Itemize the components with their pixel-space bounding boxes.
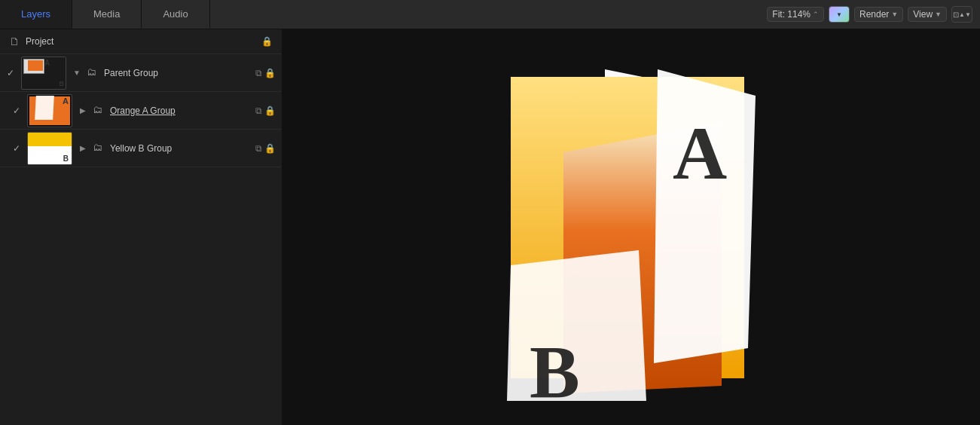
thumb-yellow-b-letter: B: [63, 154, 69, 163]
yellow-b-lock-icon[interactable]: 🔒: [264, 143, 276, 154]
orange-a-lock-icon[interactable]: 🔒: [264, 105, 276, 116]
expand-arrow-down-icon: ▼: [73, 69, 81, 77]
thumb-parent-letter-a: A: [44, 59, 50, 67]
parent-group-actions: ⧉ 🔒: [255, 68, 276, 78]
main-content: 🗋 Project 🔒 ✓ A B ▼ 🗂 Parent Group ⧉ 🔒: [0, 29, 980, 425]
checkbox-mark-parent: ✓: [7, 68, 14, 78]
artwork-svg: A B: [466, 47, 797, 408]
tab-audio[interactable]: Audio: [142, 0, 209, 29]
checkbox-mark-yellow-b: ✓: [13, 143, 20, 154]
color-picker-chevron-icon: ▼: [836, 11, 842, 18]
parent-group-folder-icon: 🗂: [87, 66, 100, 80]
parent-lock-icon[interactable]: 🔒: [264, 68, 276, 78]
thumb-parent-letter-b: B: [60, 80, 65, 87]
toolbar-right: Fit: 114% ⌃ ▼ Render ▼ View ▼ ⊡ ▲▼: [759, 0, 980, 29]
project-row: 🗋 Project 🔒: [0, 29, 282, 54]
parent-group-expand-button[interactable]: ▼: [71, 69, 83, 77]
layer-row-yellow-b[interactable]: ✓ B ▶ 🗂 Yellow B Group ⧉ 🔒: [0, 130, 282, 167]
orange-a-group-name: Orange A Group: [110, 105, 255, 116]
layer-checkbox-yellow-b[interactable]: ✓: [6, 143, 27, 154]
thumb-orange-a-white-card: [35, 96, 54, 120]
orange-a-copy-icon[interactable]: ⧉: [255, 105, 262, 116]
layer-checkbox-orange-a[interactable]: ✓: [6, 105, 27, 116]
tab-layers[interactable]: Layers: [0, 0, 72, 29]
view-chevron-icon: ▼: [935, 11, 942, 18]
parent-copy-icon[interactable]: ⧉: [255, 68, 262, 78]
project-lock-icon: 🔒: [261, 36, 273, 47]
view-button[interactable]: View ▼: [908, 7, 947, 22]
yellow-b-copy-icon[interactable]: ⧉: [255, 143, 262, 154]
parent-group-name: Parent Group: [104, 68, 255, 78]
tab-media[interactable]: Media: [72, 0, 142, 29]
render-button[interactable]: Render ▼: [854, 7, 903, 22]
artwork: A B: [466, 47, 797, 408]
fit-chevron-icon: ⌃: [813, 11, 819, 18]
orange-a-folder-icon: 🗂: [93, 104, 106, 118]
orange-a-actions: ⧉ 🔒: [255, 105, 276, 116]
orange-a-expand-button[interactable]: ▶: [77, 106, 89, 115]
layer-thumbnail-yellow-b: B: [27, 132, 72, 165]
left-panel: 🗋 Project 🔒 ✓ A B ▼ 🗂 Parent Group ⧉ 🔒: [0, 29, 282, 425]
expand-arrow-right-icon-orange-a: ▶: [80, 106, 86, 115]
layer-checkbox-parent[interactable]: ✓: [0, 68, 21, 78]
project-name: Project: [26, 36, 53, 47]
expand-arrow-right-icon-yellow-b: ▶: [80, 144, 86, 152]
render-chevron-icon: ▼: [891, 11, 898, 18]
thumb-orange-a-letter: A: [63, 96, 69, 105]
yellow-b-group-name: Yellow B Group: [110, 143, 255, 154]
svg-text:B: B: [530, 330, 580, 408]
color-picker-button[interactable]: ▼: [829, 6, 850, 23]
layer-thumbnail-parent: A B: [21, 57, 66, 90]
yellow-b-actions: ⧉ 🔒: [255, 143, 276, 154]
top-bar: Layers Media Audio Fit: 114% ⌃ ▼ Render …: [0, 0, 980, 29]
fit-button[interactable]: Fit: 114% ⌃: [767, 7, 824, 22]
thumb-parent-orange-rect: [28, 60, 43, 71]
canvas-area[interactable]: A B: [282, 29, 980, 425]
svg-text:A: A: [673, 112, 727, 195]
tab-group: Layers Media Audio: [0, 0, 210, 29]
yellow-b-folder-icon: 🗂: [93, 142, 106, 155]
layer-thumbnail-orange-a: A: [27, 94, 72, 127]
yellow-b-expand-button[interactable]: ▶: [77, 144, 89, 152]
window-layout-button[interactable]: ⊡ ▲▼: [951, 6, 972, 23]
layer-row-parent-group[interactable]: ✓ A B ▼ 🗂 Parent Group ⧉ 🔒: [0, 54, 282, 92]
window-layout-icon: ⊡: [953, 11, 959, 19]
checkbox-mark-orange-a: ✓: [13, 105, 20, 116]
window-layout-chevron-icon: ▲▼: [959, 11, 971, 18]
layer-row-orange-a[interactable]: ✓ A ▶ 🗂 Orange A Group ⧉ 🔒: [0, 92, 282, 130]
project-file-icon: 🗋: [9, 35, 20, 47]
